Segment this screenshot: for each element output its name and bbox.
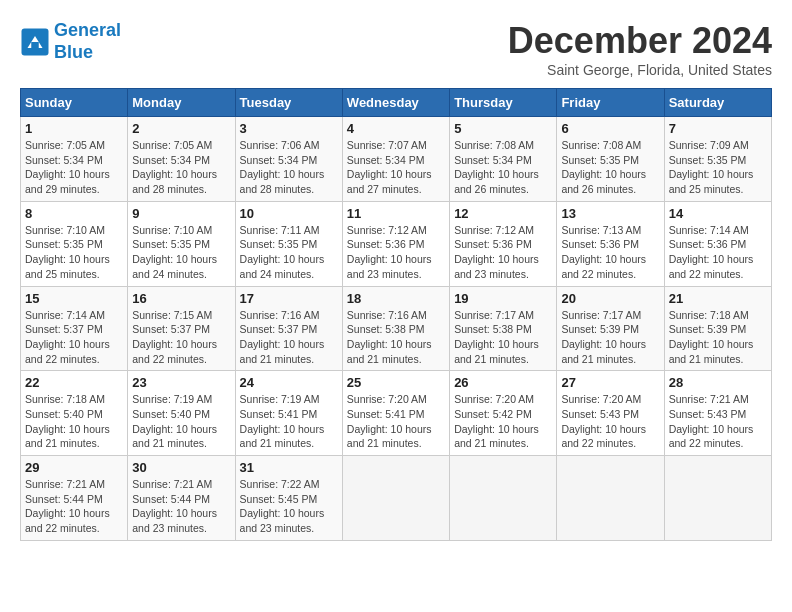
day-number: 17 <box>240 291 338 306</box>
calendar-cell: 4Sunrise: 7:07 AM Sunset: 5:34 PM Daylig… <box>342 117 449 202</box>
day-number: 5 <box>454 121 552 136</box>
day-number: 20 <box>561 291 659 306</box>
calendar-cell: 19Sunrise: 7:17 AM Sunset: 5:38 PM Dayli… <box>450 286 557 371</box>
calendar-day-header: Tuesday <box>235 89 342 117</box>
calendar-cell: 15Sunrise: 7:14 AM Sunset: 5:37 PM Dayli… <box>21 286 128 371</box>
calendar-cell <box>557 456 664 541</box>
day-number: 15 <box>25 291 123 306</box>
calendar-cell: 20Sunrise: 7:17 AM Sunset: 5:39 PM Dayli… <box>557 286 664 371</box>
day-detail: Sunrise: 7:16 AM Sunset: 5:37 PM Dayligh… <box>240 308 338 367</box>
day-number: 7 <box>669 121 767 136</box>
calendar-cell: 8Sunrise: 7:10 AM Sunset: 5:35 PM Daylig… <box>21 201 128 286</box>
calendar-cell: 2Sunrise: 7:05 AM Sunset: 5:34 PM Daylig… <box>128 117 235 202</box>
day-detail: Sunrise: 7:05 AM Sunset: 5:34 PM Dayligh… <box>132 138 230 197</box>
day-number: 9 <box>132 206 230 221</box>
day-detail: Sunrise: 7:21 AM Sunset: 5:44 PM Dayligh… <box>25 477 123 536</box>
calendar-day-header: Monday <box>128 89 235 117</box>
day-number: 10 <box>240 206 338 221</box>
day-number: 25 <box>347 375 445 390</box>
calendar-week-row: 15Sunrise: 7:14 AM Sunset: 5:37 PM Dayli… <box>21 286 772 371</box>
day-detail: Sunrise: 7:10 AM Sunset: 5:35 PM Dayligh… <box>132 223 230 282</box>
calendar-cell: 21Sunrise: 7:18 AM Sunset: 5:39 PM Dayli… <box>664 286 771 371</box>
day-detail: Sunrise: 7:12 AM Sunset: 5:36 PM Dayligh… <box>347 223 445 282</box>
day-detail: Sunrise: 7:19 AM Sunset: 5:40 PM Dayligh… <box>132 392 230 451</box>
logo-line1: General <box>54 20 121 40</box>
day-number: 11 <box>347 206 445 221</box>
day-number: 26 <box>454 375 552 390</box>
day-number: 22 <box>25 375 123 390</box>
day-number: 24 <box>240 375 338 390</box>
day-detail: Sunrise: 7:09 AM Sunset: 5:35 PM Dayligh… <box>669 138 767 197</box>
month-title: December 2024 <box>508 20 772 62</box>
calendar-cell: 9Sunrise: 7:10 AM Sunset: 5:35 PM Daylig… <box>128 201 235 286</box>
calendar-day-header: Sunday <box>21 89 128 117</box>
day-detail: Sunrise: 7:20 AM Sunset: 5:41 PM Dayligh… <box>347 392 445 451</box>
logo: General Blue <box>20 20 121 63</box>
day-number: 18 <box>347 291 445 306</box>
calendar-day-header: Friday <box>557 89 664 117</box>
day-number: 29 <box>25 460 123 475</box>
calendar-body: 1Sunrise: 7:05 AM Sunset: 5:34 PM Daylig… <box>21 117 772 541</box>
calendar-cell: 22Sunrise: 7:18 AM Sunset: 5:40 PM Dayli… <box>21 371 128 456</box>
calendar-cell: 31Sunrise: 7:22 AM Sunset: 5:45 PM Dayli… <box>235 456 342 541</box>
calendar-cell: 25Sunrise: 7:20 AM Sunset: 5:41 PM Dayli… <box>342 371 449 456</box>
day-number: 27 <box>561 375 659 390</box>
day-number: 28 <box>669 375 767 390</box>
calendar-week-row: 8Sunrise: 7:10 AM Sunset: 5:35 PM Daylig… <box>21 201 772 286</box>
logo-line2: Blue <box>54 42 93 62</box>
page-header: General Blue December 2024 Saint George,… <box>20 20 772 78</box>
day-detail: Sunrise: 7:18 AM Sunset: 5:39 PM Dayligh… <box>669 308 767 367</box>
day-detail: Sunrise: 7:05 AM Sunset: 5:34 PM Dayligh… <box>25 138 123 197</box>
day-number: 2 <box>132 121 230 136</box>
day-number: 4 <box>347 121 445 136</box>
calendar-day-header: Saturday <box>664 89 771 117</box>
calendar-week-row: 1Sunrise: 7:05 AM Sunset: 5:34 PM Daylig… <box>21 117 772 202</box>
calendar-week-row: 22Sunrise: 7:18 AM Sunset: 5:40 PM Dayli… <box>21 371 772 456</box>
day-detail: Sunrise: 7:08 AM Sunset: 5:34 PM Dayligh… <box>454 138 552 197</box>
day-detail: Sunrise: 7:07 AM Sunset: 5:34 PM Dayligh… <box>347 138 445 197</box>
calendar-cell <box>450 456 557 541</box>
day-detail: Sunrise: 7:17 AM Sunset: 5:38 PM Dayligh… <box>454 308 552 367</box>
calendar-week-row: 29Sunrise: 7:21 AM Sunset: 5:44 PM Dayli… <box>21 456 772 541</box>
calendar-cell: 12Sunrise: 7:12 AM Sunset: 5:36 PM Dayli… <box>450 201 557 286</box>
calendar-cell: 7Sunrise: 7:09 AM Sunset: 5:35 PM Daylig… <box>664 117 771 202</box>
calendar-cell: 11Sunrise: 7:12 AM Sunset: 5:36 PM Dayli… <box>342 201 449 286</box>
day-detail: Sunrise: 7:19 AM Sunset: 5:41 PM Dayligh… <box>240 392 338 451</box>
day-detail: Sunrise: 7:21 AM Sunset: 5:44 PM Dayligh… <box>132 477 230 536</box>
day-detail: Sunrise: 7:21 AM Sunset: 5:43 PM Dayligh… <box>669 392 767 451</box>
calendar-cell <box>664 456 771 541</box>
day-detail: Sunrise: 7:14 AM Sunset: 5:37 PM Dayligh… <box>25 308 123 367</box>
day-detail: Sunrise: 7:17 AM Sunset: 5:39 PM Dayligh… <box>561 308 659 367</box>
day-detail: Sunrise: 7:20 AM Sunset: 5:42 PM Dayligh… <box>454 392 552 451</box>
day-number: 21 <box>669 291 767 306</box>
day-number: 1 <box>25 121 123 136</box>
location-subtitle: Saint George, Florida, United States <box>508 62 772 78</box>
calendar-cell: 10Sunrise: 7:11 AM Sunset: 5:35 PM Dayli… <box>235 201 342 286</box>
calendar-cell: 23Sunrise: 7:19 AM Sunset: 5:40 PM Dayli… <box>128 371 235 456</box>
calendar-cell: 13Sunrise: 7:13 AM Sunset: 5:36 PM Dayli… <box>557 201 664 286</box>
day-number: 23 <box>132 375 230 390</box>
calendar-cell: 1Sunrise: 7:05 AM Sunset: 5:34 PM Daylig… <box>21 117 128 202</box>
day-detail: Sunrise: 7:14 AM Sunset: 5:36 PM Dayligh… <box>669 223 767 282</box>
day-detail: Sunrise: 7:10 AM Sunset: 5:35 PM Dayligh… <box>25 223 123 282</box>
day-detail: Sunrise: 7:06 AM Sunset: 5:34 PM Dayligh… <box>240 138 338 197</box>
calendar-cell: 17Sunrise: 7:16 AM Sunset: 5:37 PM Dayli… <box>235 286 342 371</box>
day-number: 19 <box>454 291 552 306</box>
calendar-cell: 28Sunrise: 7:21 AM Sunset: 5:43 PM Dayli… <box>664 371 771 456</box>
day-detail: Sunrise: 7:12 AM Sunset: 5:36 PM Dayligh… <box>454 223 552 282</box>
svg-rect-2 <box>31 42 39 48</box>
calendar-cell: 29Sunrise: 7:21 AM Sunset: 5:44 PM Dayli… <box>21 456 128 541</box>
day-number: 3 <box>240 121 338 136</box>
day-detail: Sunrise: 7:18 AM Sunset: 5:40 PM Dayligh… <box>25 392 123 451</box>
calendar-table: SundayMondayTuesdayWednesdayThursdayFrid… <box>20 88 772 541</box>
day-detail: Sunrise: 7:16 AM Sunset: 5:38 PM Dayligh… <box>347 308 445 367</box>
day-number: 14 <box>669 206 767 221</box>
calendar-cell: 16Sunrise: 7:15 AM Sunset: 5:37 PM Dayli… <box>128 286 235 371</box>
day-detail: Sunrise: 7:13 AM Sunset: 5:36 PM Dayligh… <box>561 223 659 282</box>
calendar-day-header: Wednesday <box>342 89 449 117</box>
calendar-day-header: Thursday <box>450 89 557 117</box>
calendar-cell: 6Sunrise: 7:08 AM Sunset: 5:35 PM Daylig… <box>557 117 664 202</box>
calendar-cell: 27Sunrise: 7:20 AM Sunset: 5:43 PM Dayli… <box>557 371 664 456</box>
day-number: 13 <box>561 206 659 221</box>
day-detail: Sunrise: 7:20 AM Sunset: 5:43 PM Dayligh… <box>561 392 659 451</box>
